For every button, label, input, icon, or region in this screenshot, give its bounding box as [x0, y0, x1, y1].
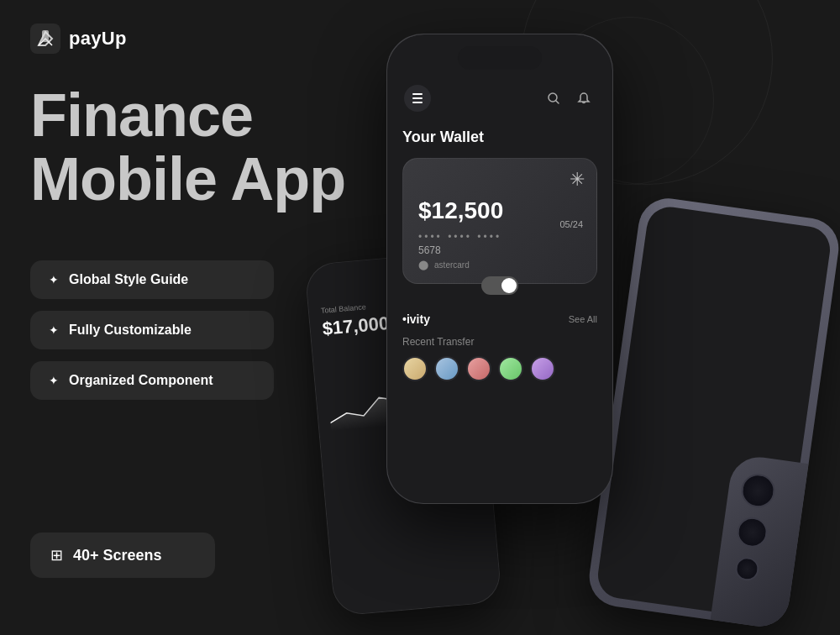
star-icon-1: ✦: [49, 273, 59, 286]
search-icon[interactable]: [542, 87, 565, 110]
header-icons: [542, 87, 596, 110]
camera-lens-3: [734, 555, 761, 582]
phone-front: Your Wallet ✳ $12,500 05/24 •••• •••• ••…: [386, 34, 613, 504]
screens-badge: ⊞ 40+ Screens: [30, 533, 215, 578]
figma-icon: ⊞: [50, 546, 63, 564]
wallet-dots: •••• •••• ••••: [418, 231, 581, 243]
wallet-amount: $12,500: [418, 197, 581, 224]
wallet-card: ✳ $12,500 05/24 •••• •••• •••• 5678 ⬤ as…: [402, 158, 597, 284]
feature-label-organized: Organized Component: [69, 373, 213, 388]
headline: Finance Mobile App: [30, 84, 345, 211]
logo-text: payUp: [69, 28, 127, 50]
feature-label-customizable: Fully Customizable: [69, 323, 192, 338]
wallet-section: Your Wallet ✳ $12,500 05/24 •••• •••• ••…: [387, 120, 612, 292]
avatar-4: [498, 356, 523, 381]
camera-lens-1: [739, 472, 777, 510]
recent-transfer-title: Recent Transfer: [402, 336, 597, 348]
feature-badge-organized: ✦ Organized Component: [30, 361, 274, 400]
svg-rect-1: [42, 30, 49, 42]
star-icon-2: ✦: [49, 323, 59, 337]
avatar-3: [466, 356, 491, 381]
feature-label-style-guide: Global Style Guide: [69, 272, 188, 287]
see-all-link[interactable]: See All: [569, 314, 597, 324]
bell-icon[interactable]: [572, 87, 596, 110]
activity-section: •ivity See All Recent Transfer: [387, 292, 612, 390]
avatar-5: [530, 356, 555, 381]
activity-header: •ivity See All: [402, 312, 597, 326]
mastercard-icon: ⬤: [418, 260, 428, 270]
avatar-2: [434, 356, 459, 381]
screens-label: 40+ Screens: [73, 547, 162, 564]
feature-badge-customizable: ✦ Fully Customizable: [30, 311, 274, 349]
feature-badge-style-guide: ✦ Global Style Guide: [30, 260, 274, 299]
hamburger-button[interactable]: [404, 85, 431, 112]
card-toggle[interactable]: [481, 276, 518, 295]
headline-line2: Mobile App: [30, 145, 345, 213]
wallet-expiry: 05/24: [559, 219, 583, 229]
features-list: ✦ Global Style Guide ✦ Fully Customizabl…: [30, 260, 274, 400]
card-toggle-knob: [501, 278, 517, 293]
logo-icon: [30, 24, 60, 54]
star-icon-3: ✦: [49, 374, 59, 387]
wallet-number: 5678: [418, 244, 581, 256]
camera-lens-2: [735, 515, 769, 549]
hamburger-icon: [412, 93, 423, 103]
wallet-asterisk-icon: ✳: [570, 169, 585, 191]
avatars-row: [402, 356, 597, 381]
wallet-title: Your Wallet: [402, 129, 597, 146]
phone-back-screen: [595, 204, 832, 621]
wallet-brand: ⬤ astercard: [418, 260, 581, 270]
avatar-1: [402, 356, 428, 381]
activity-title: •ivity: [402, 312, 430, 326]
logo-area: payUp: [30, 24, 127, 54]
headline-line1: Finance: [30, 81, 253, 149]
mastercard-label: astercard: [434, 260, 470, 270]
phone-back: [585, 195, 840, 631]
phones-container: Total Balance $17,000 W M T: [319, 0, 840, 635]
phone-notch: [458, 46, 542, 70]
phone-screen: Your Wallet ✳ $12,500 05/24 •••• •••• ••…: [387, 34, 612, 503]
svg-line-3: [556, 101, 559, 103]
